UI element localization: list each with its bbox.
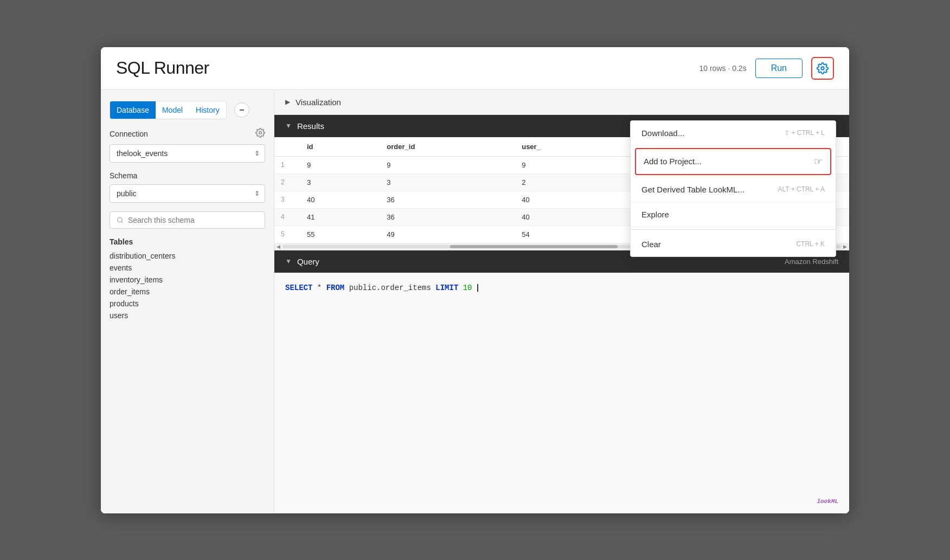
- table-item[interactable]: inventory_items: [110, 274, 265, 285]
- header-actions: 10 rows · 0.2s Run: [699, 57, 834, 80]
- cell-id: 41: [296, 208, 376, 226]
- scroll-right-icon[interactable]: ▶: [843, 244, 847, 249]
- schema-select-wrapper: public: [110, 184, 265, 203]
- row-num: 4: [274, 208, 296, 226]
- menu-download-label: Download...: [641, 128, 684, 138]
- table-item[interactable]: distribution_centers: [110, 250, 265, 261]
- search-input[interactable]: [128, 216, 258, 224]
- visualization-section: ▶ Visualization: [274, 90, 849, 115]
- tab-history[interactable]: History: [189, 101, 226, 119]
- cell-order-id: 36: [376, 191, 511, 208]
- gear-icon: [817, 62, 829, 74]
- menu-clear-label: Clear: [641, 240, 661, 249]
- rows-info: 10 rows · 0.2s: [699, 64, 746, 73]
- menu-item-explore[interactable]: Explore: [631, 202, 836, 227]
- cell-user: 54: [511, 226, 620, 243]
- run-button[interactable]: Run: [755, 59, 803, 78]
- results-arrow-icon: ▼: [285, 122, 292, 130]
- row-num: 5: [274, 226, 296, 243]
- connection-label: Connection: [110, 130, 148, 138]
- menu-item-clear[interactable]: Clear CTRL + K: [631, 232, 836, 256]
- connection-row: Connection: [110, 128, 265, 140]
- cell-user: 40: [511, 191, 620, 208]
- main-layout: Database Model History Connection: [101, 90, 849, 513]
- col-header-order-id: order_id: [376, 137, 511, 157]
- row-num: 2: [274, 173, 296, 191]
- cell-id: 40: [296, 191, 376, 208]
- dropdown-menu: Download... ⇧ + CTRL + L Add to Project.…: [630, 120, 836, 257]
- collapse-sidebar-button[interactable]: [234, 102, 249, 118]
- search-box[interactable]: [110, 211, 265, 229]
- svg-point-3: [118, 217, 123, 222]
- menu-item-add-to-project[interactable]: Add to Project... ☞: [635, 148, 831, 175]
- cell-id: 9: [296, 156, 376, 173]
- menu-explore-label: Explore: [641, 210, 669, 219]
- cell-order-id: 49: [376, 226, 511, 243]
- menu-derived-table-label: Get Derived Table LookML...: [641, 185, 744, 194]
- visualization-title: Visualization: [296, 98, 341, 107]
- cell-id: 55: [296, 226, 376, 243]
- connection-select-wrapper: thelook_events: [110, 144, 265, 163]
- row-num: 3: [274, 191, 296, 208]
- tab-bar: Database Model History: [110, 101, 227, 119]
- table-item[interactable]: order_items: [110, 286, 265, 297]
- col-header-num: [274, 137, 296, 157]
- minus-icon: [239, 107, 245, 113]
- row-num: 1: [274, 156, 296, 173]
- connection-section: Connection thelook_events: [110, 128, 265, 163]
- connection-gear-icon[interactable]: [255, 128, 265, 140]
- gear-settings-button[interactable]: [811, 57, 834, 80]
- svg-point-2: [259, 131, 262, 134]
- menu-divider: [631, 229, 836, 230]
- content-area: ▶ Visualization ▼ Results id: [274, 90, 849, 513]
- viz-arrow-icon: ▶: [285, 98, 290, 106]
- query-arrow-icon: ▼: [285, 258, 292, 265]
- text-cursor: [477, 284, 478, 292]
- cell-user: 9: [511, 156, 620, 173]
- menu-item-download[interactable]: Download... ⇧ + CTRL + L: [631, 121, 836, 146]
- menu-clear-shortcut: CTRL + K: [796, 240, 825, 248]
- visualization-header[interactable]: ▶ Visualization: [274, 90, 849, 114]
- scroll-left-icon[interactable]: ◀: [277, 244, 280, 249]
- sql-select-keyword: SELECT: [285, 284, 312, 292]
- query-section: ▼ Query Amazon Redshift SELECT * FROM pu…: [274, 250, 849, 513]
- cell-order-id: 36: [376, 208, 511, 226]
- query-db-label: Amazon Redshift: [785, 258, 838, 266]
- menu-add-project-label: Add to Project...: [644, 157, 702, 166]
- table-item[interactable]: events: [110, 262, 265, 273]
- cell-order-id: 3: [376, 173, 511, 191]
- cursor-icon: ☞: [814, 156, 823, 168]
- app-header: SQL Runner 10 rows · 0.2s Run: [101, 47, 849, 90]
- svg-point-0: [821, 67, 824, 70]
- schema-label: Schema: [110, 171, 265, 180]
- query-title: Query: [297, 257, 319, 266]
- sql-runner-window: SQL Runner 10 rows · 0.2s Run Database M…: [101, 47, 849, 513]
- tab-database[interactable]: Database: [110, 101, 156, 119]
- menu-item-derived-table[interactable]: Get Derived Table LookML... ALT + CTRL +…: [631, 177, 836, 202]
- tables-label: Tables: [110, 237, 265, 246]
- cell-user: 40: [511, 208, 620, 226]
- table-item[interactable]: products: [110, 298, 265, 309]
- cell-id: 3: [296, 173, 376, 191]
- query-body[interactable]: SELECT * FROM public.order_items LIMIT 1…: [274, 273, 849, 513]
- menu-derived-shortcut: ALT + CTRL + A: [778, 185, 825, 193]
- sidebar: Database Model History Connection: [101, 90, 274, 513]
- search-icon: [117, 216, 124, 224]
- connection-select[interactable]: thelook_events: [110, 144, 265, 163]
- app-title: SQL Runner: [116, 58, 209, 78]
- lookml-logo: lookML: [817, 498, 838, 505]
- tab-bar-wrap: Database Model History: [110, 101, 265, 119]
- sql-from-keyword: FROM: [326, 284, 345, 292]
- scroll-thumb: [450, 245, 618, 248]
- col-header-user: user_: [511, 137, 620, 157]
- svg-line-4: [121, 221, 123, 222]
- col-header-id: id: [296, 137, 376, 157]
- tab-model[interactable]: Model: [156, 101, 189, 119]
- schema-section: Schema public: [110, 171, 265, 203]
- table-item[interactable]: users: [110, 310, 265, 321]
- sql-limit-keyword: LIMIT: [435, 284, 458, 292]
- cell-user: 2: [511, 173, 620, 191]
- sql-star: *: [317, 284, 326, 292]
- menu-download-shortcut: ⇧ + CTRL + L: [784, 129, 825, 137]
- schema-select[interactable]: public: [110, 184, 265, 203]
